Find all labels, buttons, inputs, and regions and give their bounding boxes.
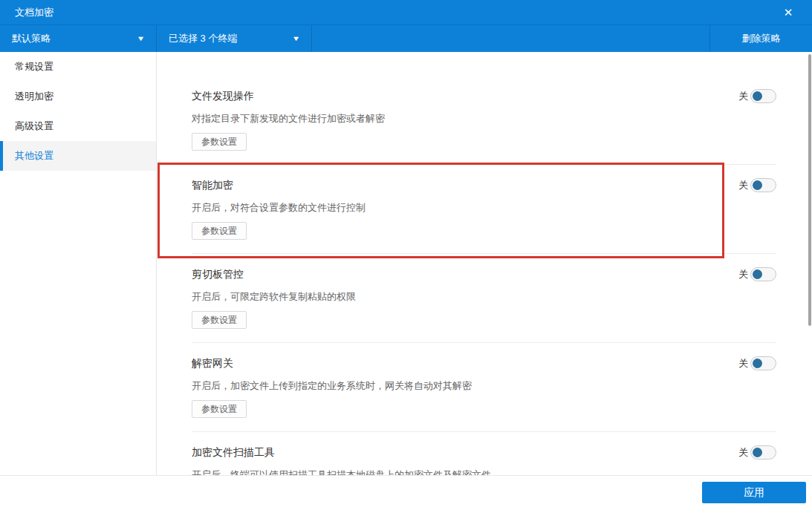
chevron-down-icon: ▼ (292, 35, 301, 42)
section-smart-encryption: 智能加密 开启后，对符合设置参数的文件进行控制 参数设置 关 (192, 165, 776, 254)
settings-sidebar: 常规设置 透明加密 高级设置 其他设置 (0, 52, 157, 475)
toggle-switch[interactable] (750, 445, 776, 459)
toggle-knob (753, 269, 762, 279)
settings-content: 文件发现操作 对指定目录下新发现的文件进行加密或者解密 参数设置 关 智能加密 … (157, 52, 812, 475)
sidebar-item-advanced[interactable]: 高级设置 (0, 111, 156, 141)
toggle-knob (753, 91, 762, 101)
delete-policy-button[interactable]: 删除策略 (709, 25, 812, 52)
param-settings-button[interactable]: 参数设置 (192, 311, 247, 329)
section-title: 智能加密 (192, 178, 776, 192)
toggle-state-label: 关 (738, 446, 748, 459)
section-description: 开启后，可限定跨软件复制粘贴的权限 (192, 290, 776, 304)
section-file-discovery: 文件发现操作 对指定目录下新发现的文件进行加密或者解密 参数设置 关 (192, 52, 776, 165)
toggle-row: 关 (738, 356, 776, 370)
title-bar: 文档加密 ✕ (0, 0, 812, 24)
policy-dropdown-value: 默认策略 (12, 32, 51, 45)
toggle-row: 关 (738, 267, 776, 281)
toggle-row: 关 (738, 178, 776, 192)
section-scan-tool: 加密文件扫描工具 开启后，终端可以使用扫描工具扫描本地磁盘上的加密文件及解密文件… (192, 432, 776, 475)
section-title: 解密网关 (192, 356, 776, 370)
toggle-switch[interactable] (750, 267, 776, 281)
sidebar-item-general[interactable]: 常规设置 (0, 52, 156, 82)
toggle-row: 关 (738, 89, 776, 103)
policy-toolbar: 默认策略 ▼ 已选择 3 个终端 ▼ 删除策略 (0, 24, 812, 52)
section-description: 开启后，终端可以使用扫描工具扫描本地磁盘上的加密文件及解密文件。 (192, 468, 776, 475)
policy-dropdown[interactable]: 默认策略 ▼ (0, 25, 157, 52)
sidebar-item-other[interactable]: 其他设置 (0, 141, 156, 171)
section-title: 加密文件扫描工具 (192, 445, 776, 459)
section-title: 文件发现操作 (192, 89, 776, 103)
param-settings-button[interactable]: 参数设置 (192, 222, 247, 240)
footer-bar: 应用 (0, 475, 812, 507)
toggle-knob (753, 448, 762, 457)
terminal-dropdown[interactable]: 已选择 3 个终端 ▼ (157, 25, 312, 52)
sidebar-item-transparent-encryption[interactable]: 透明加密 (0, 82, 156, 111)
section-description: 开启后，对符合设置参数的文件进行控制 (192, 201, 776, 215)
toggle-switch[interactable] (750, 356, 776, 370)
section-description: 对指定目录下新发现的文件进行加密或者解密 (192, 112, 776, 125)
section-title: 剪切板管控 (192, 267, 776, 281)
chevron-down-icon: ▼ (137, 35, 146, 42)
vertical-scrollbar[interactable] (808, 54, 811, 326)
param-settings-button[interactable]: 参数设置 (192, 400, 247, 418)
toggle-switch[interactable] (750, 178, 776, 192)
window-title: 文档加密 (15, 6, 779, 19)
toggle-switch[interactable] (750, 89, 776, 103)
toolbar-spacer (312, 25, 709, 52)
toggle-knob (753, 359, 762, 368)
section-decrypt-gateway: 解密网关 开启后，加密文件上传到指定的业务系统时，网关将自动对其解密 参数设置 … (192, 343, 776, 432)
terminal-dropdown-value: 已选择 3 个终端 (169, 32, 237, 45)
toggle-state-label: 关 (738, 357, 748, 370)
toggle-state-label: 关 (738, 268, 748, 281)
param-settings-button[interactable]: 参数设置 (192, 133, 247, 151)
toggle-row: 关 (738, 445, 776, 459)
section-clipboard-control: 剪切板管控 开启后，可限定跨软件复制粘贴的权限 参数设置 关 (192, 254, 776, 343)
toggle-knob (753, 180, 762, 190)
section-description: 开启后，加密文件上传到指定的业务系统时，网关将自动对其解密 (192, 379, 776, 393)
apply-button[interactable]: 应用 (702, 482, 806, 503)
toggle-state-label: 关 (738, 179, 748, 192)
close-icon[interactable]: ✕ (779, 4, 797, 22)
toggle-state-label: 关 (738, 90, 748, 103)
main-area: 常规设置 透明加密 高级设置 其他设置 文件发现操作 对指定目录下新发现的文件进… (0, 52, 812, 475)
